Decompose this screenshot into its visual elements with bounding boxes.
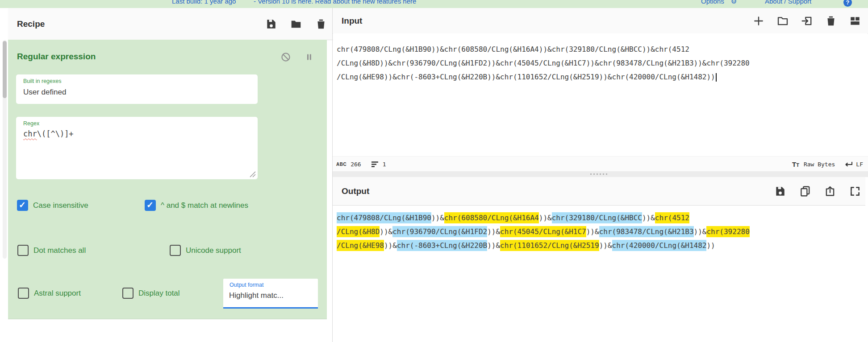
regex-textarea[interactable]: Regex chr\([^\)]+	[16, 117, 258, 179]
checkbox-display-total[interactable]: Display total	[122, 288, 180, 299]
operations-scrollbar-thumb[interactable]	[3, 41, 7, 98]
built-in-regexes-value[interactable]: User defined	[23, 88, 66, 97]
banner-notice-link[interactable]: - Version 10 is here. Read about the new…	[254, 0, 416, 5]
disable-operation-icon[interactable]	[280, 52, 291, 62]
checkbox-label: Case insensitive	[33, 201, 88, 210]
save-output-icon[interactable]	[774, 185, 786, 197]
checkbox-box[interactable]	[18, 288, 29, 299]
checkbox-box[interactable]	[145, 200, 156, 211]
built-in-regexes-select[interactable]: Built in regexes User defined	[16, 74, 258, 104]
add-input-tab-icon[interactable]	[753, 15, 764, 27]
checkbox-label: Display total	[138, 289, 180, 298]
output-format-value[interactable]: Highlight matc...	[229, 291, 284, 300]
banner: Last build: 1 year ago - Version 10 is h…	[0, 0, 868, 8]
input-editor[interactable]: chr(479808/CLng(&H1B90))&chr(608580/CLng…	[333, 33, 868, 156]
output-editor: chr(479808/CLng(&H1B90))&chr(608580/CLng…	[333, 206, 868, 342]
regex-value[interactable]: chr\([^\)]+	[23, 129, 74, 138]
question-icon[interactable]: ?	[843, 0, 852, 7]
textarea-resize-handle[interactable]	[249, 171, 256, 177]
checkbox-box[interactable]	[122, 288, 134, 299]
checkbox-label: ^ and $ match at newlines	[161, 201, 248, 210]
output-header: Output	[333, 177, 865, 206]
recipe-header: Recipe	[8, 8, 334, 40]
load-recipe-icon[interactable]	[290, 18, 302, 30]
checkbox-case-insensitive[interactable]: Case insensitive	[17, 200, 88, 211]
regex-value-rest: \([^\)]+	[37, 129, 74, 138]
input-title: Input	[342, 16, 362, 26]
line-ending-icon[interactable]	[844, 161, 853, 168]
options-button[interactable]: Options	[701, 0, 724, 5]
encoding-icon[interactable]: TT	[792, 161, 799, 168]
input-layout-grid-icon[interactable]	[849, 15, 861, 27]
maximise-output-icon[interactable]	[849, 185, 861, 197]
checkbox-box[interactable]	[17, 200, 28, 211]
input-header: Input	[333, 8, 868, 34]
input-status-bar: ABC 266 1 TT Raw Bytes LF	[333, 156, 868, 172]
checkbox-box[interactable]	[17, 245, 29, 256]
save-recipe-icon[interactable]	[265, 18, 277, 30]
output-format-label: Output format	[230, 282, 263, 288]
gear-icon[interactable]: ⚙	[731, 0, 737, 5]
line-ending-value[interactable]: LF	[856, 161, 863, 168]
checkbox-caret-dollar-newlines[interactable]: ^ and $ match at newlines	[145, 200, 248, 211]
checkbox-box[interactable]	[170, 245, 181, 256]
checkbox-dot-matches-all[interactable]: Dot matches all	[17, 245, 86, 256]
clear-recipe-icon[interactable]	[315, 18, 327, 30]
line-count-icon	[371, 161, 379, 168]
char-count-icon: ABC	[336, 162, 346, 167]
about-support-button[interactable]: About / Support	[765, 0, 811, 5]
banner-last-build-link[interactable]: Last build: 1 year ago	[172, 0, 236, 5]
output-title: Output	[342, 186, 369, 196]
char-count-value: 266	[351, 161, 361, 168]
open-folder-input-icon[interactable]	[801, 15, 813, 27]
checkbox-astral-support[interactable]: Astral support	[18, 288, 81, 299]
checkbox-unicode-support[interactable]: Unicode support	[170, 245, 241, 256]
encoding-value[interactable]: Raw Bytes	[804, 161, 835, 168]
regex-label: Regex	[23, 120, 39, 127]
breakpoint-pause-icon[interactable]	[304, 52, 314, 62]
replace-input-icon[interactable]	[824, 185, 836, 197]
regex-value-word: chr	[23, 129, 37, 138]
line-count-value: 1	[383, 161, 386, 168]
checkbox-label: Unicode support	[186, 246, 241, 255]
copy-output-icon[interactable]	[799, 185, 811, 197]
output-format-select[interactable]: Output format Highlight matc...	[223, 279, 318, 309]
splitter-handle[interactable]	[590, 173, 607, 175]
open-file-icon[interactable]	[777, 15, 789, 27]
recipe-title: Recipe	[17, 19, 45, 29]
operation-title: Regular expression	[17, 52, 96, 62]
checkbox-label: Dot matches all	[33, 246, 86, 255]
cyberchef-app: Last build: 1 year ago - Version 10 is h…	[0, 0, 868, 342]
clear-io-icon[interactable]	[825, 15, 837, 27]
checkbox-label: Astral support	[34, 289, 81, 298]
built-in-regexes-label: Built in regexes	[23, 78, 61, 84]
